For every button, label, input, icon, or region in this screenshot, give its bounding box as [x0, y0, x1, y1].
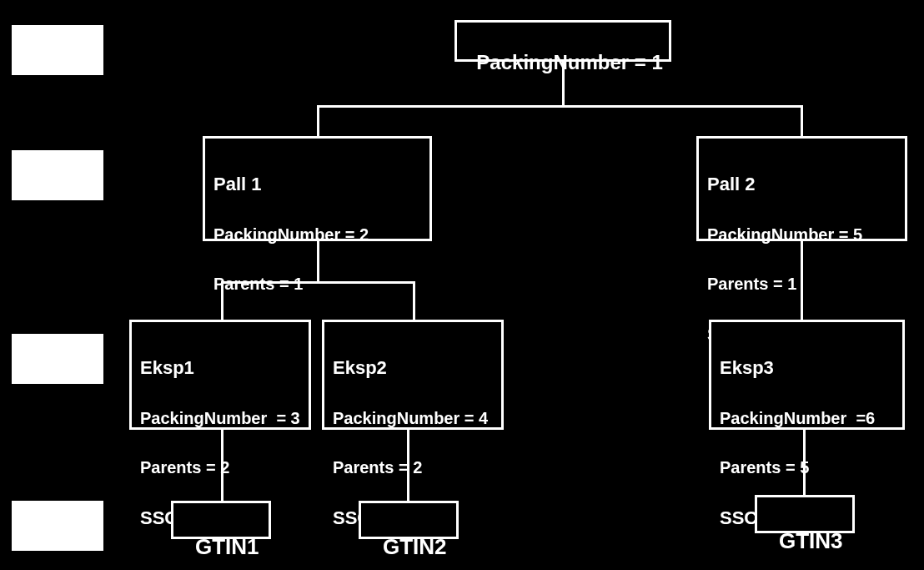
row-marker-2	[12, 150, 103, 200]
eksp-3-packing: PackingNumber =6	[720, 409, 894, 428]
gtin-1-node: GTIN1	[171, 501, 271, 539]
connector	[801, 241, 803, 320]
eksp-3-title: Eksp3	[720, 357, 894, 379]
eksp-2-packing: PackingNumber = 4	[333, 409, 493, 428]
gtin-3-node: GTIN3	[755, 495, 855, 533]
eksp-3-parents: Parents = 5	[720, 458, 894, 477]
eksp-1-parents: Parents = 2	[140, 458, 300, 477]
eksp-1-title: Eksp1	[140, 357, 300, 379]
pallet-2-node: Pall 2 PackingNumber = 5 Parents = 1 SSC…	[696, 136, 907, 241]
row-marker-3	[12, 334, 103, 384]
gtin-1-label: GTIN1	[195, 534, 259, 559]
row-marker-1	[12, 25, 103, 75]
connector	[562, 62, 565, 105]
root-label: PackingNumber = 1	[476, 51, 662, 73]
eksp-2-parents: Parents = 2	[333, 458, 493, 477]
pallet-1-node: Pall 1 PackingNumber = 2 Parents = 1 SSC…	[203, 136, 432, 241]
connector	[317, 105, 802, 108]
root-node: PackingNumber = 1	[454, 20, 671, 62]
connector	[413, 281, 415, 320]
connector	[317, 105, 319, 136]
connector	[221, 281, 223, 320]
eksp-3-node: Eksp3 PackingNumber =6 Parents = 5 SSCC5	[709, 320, 905, 430]
gtin-3-label: GTIN3	[779, 528, 843, 553]
row-marker-4	[12, 501, 103, 551]
gtin-2-label: GTIN2	[383, 534, 447, 559]
pallet-1-title: Pall 1	[213, 174, 421, 195]
connector	[317, 241, 319, 281]
connector	[221, 430, 223, 501]
connector	[407, 430, 409, 501]
connector	[801, 105, 803, 136]
eksp-1-node: Eksp1 PackingNumber = 3 Parents = 2 SSCC…	[129, 320, 311, 430]
eksp-1-packing: PackingNumber = 3	[140, 409, 300, 428]
connector	[221, 281, 415, 284]
connector	[803, 430, 806, 495]
eksp-2-node: Eksp2 PackingNumber = 4 Parents = 2 SSCC…	[322, 320, 504, 430]
eksp-2-title: Eksp2	[333, 357, 493, 379]
pallet-2-title: Pall 2	[707, 174, 896, 195]
gtin-2-node: GTIN2	[359, 501, 459, 539]
